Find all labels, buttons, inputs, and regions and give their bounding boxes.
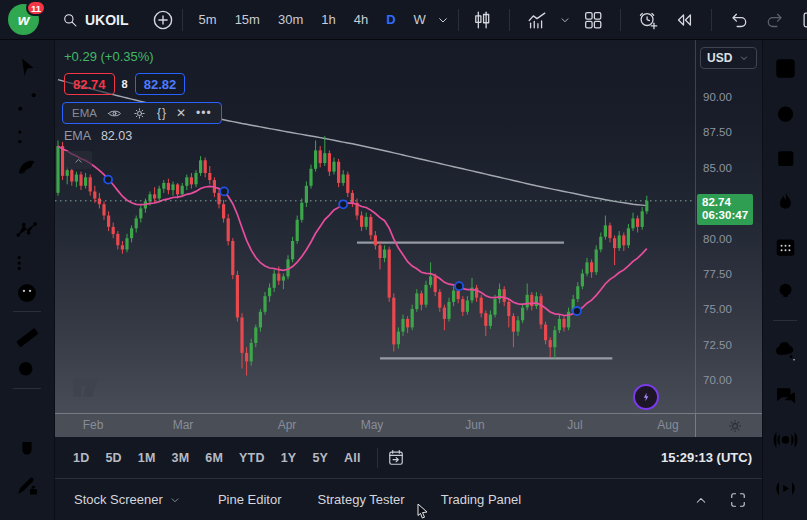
- watchlist-icon[interactable]: [771, 54, 799, 82]
- data-window-icon[interactable]: [771, 143, 799, 171]
- indicator-legend[interactable]: EMA 82.03: [64, 129, 132, 143]
- footer-tab-label: Pine Editor: [218, 492, 282, 507]
- brush-tool-icon[interactable]: [13, 152, 41, 180]
- range-button-5Y[interactable]: 5Y: [304, 445, 336, 471]
- interval-button-15m[interactable]: 15m: [226, 5, 269, 35]
- indicator-drag-handle[interactable]: [339, 200, 347, 208]
- price-change-label: +0.29 (+0.35%): [64, 49, 154, 64]
- time-scale[interactable]: FebMarAprMayJunJulAug: [55, 413, 762, 437]
- range-button-5D[interactable]: 5D: [97, 445, 129, 471]
- indicator-drag-handle[interactable]: [104, 176, 112, 184]
- toolbar-separator: [620, 9, 621, 31]
- currency-dropdown[interactable]: USD: [700, 47, 757, 69]
- range-button-All[interactable]: All: [336, 445, 369, 471]
- right-widget-bar: [762, 40, 807, 520]
- toolbar-divider: [13, 388, 41, 389]
- toolbar-separator: [458, 9, 459, 31]
- footer-tab-label: Trading Panel: [441, 492, 521, 507]
- search-icon: [61, 11, 79, 29]
- minds-icon[interactable]: [771, 336, 799, 364]
- streams-icon[interactable]: [771, 426, 799, 454]
- legend-collapse-button[interactable]: [64, 151, 92, 169]
- candlestick-chart[interactable]: [55, 40, 695, 413]
- close-icon[interactable]: ✕: [176, 107, 186, 119]
- sidebar-divider: [773, 320, 797, 321]
- chart-pane[interactable]: +0.29 (+0.35%) 82.74 8 82.82 EMA { } ✕ •…: [55, 40, 695, 413]
- interval-button-30m[interactable]: 30m: [269, 5, 312, 35]
- price-scale[interactable]: USD 90.0087.5085.0080.0077.5075.0072.507…: [695, 40, 762, 413]
- buy-button[interactable]: 82.82: [135, 73, 186, 95]
- ideas-icon[interactable]: [771, 278, 799, 306]
- range-button-1D[interactable]: 1D: [65, 445, 97, 471]
- interval-button-1h[interactable]: 1h: [312, 5, 344, 35]
- sell-button[interactable]: 82.74: [64, 73, 115, 95]
- fib-lines-tool-icon[interactable]: [13, 120, 41, 148]
- axis-divider: [695, 414, 696, 438]
- interval-menu-button[interactable]: [435, 5, 451, 35]
- go-to-date-icon[interactable]: [386, 448, 406, 468]
- interval-button-D[interactable]: D: [377, 5, 404, 35]
- draw-lock-tool-icon[interactable]: [13, 471, 41, 499]
- price-tick-label: 77.50: [703, 268, 732, 280]
- interval-button-5m[interactable]: 5m: [190, 5, 226, 35]
- compare-add-symbol-button[interactable]: [151, 5, 175, 35]
- emoji-tool-icon[interactable]: [13, 279, 41, 307]
- replay-icon[interactable]: [668, 5, 700, 35]
- layout-grid-icon[interactable]: [577, 5, 609, 35]
- cursor-tool-icon[interactable]: [13, 54, 41, 82]
- long-ma-line[interactable]: [58, 80, 647, 206]
- user-avatar[interactable]: w 11: [8, 4, 39, 35]
- calendar-icon[interactable]: [771, 233, 799, 261]
- undo-icon[interactable]: [723, 5, 755, 35]
- save-square-icon[interactable]: [795, 5, 807, 35]
- range-button-1Y[interactable]: 1Y: [273, 445, 305, 471]
- zoom-in-tool-icon[interactable]: [13, 356, 41, 384]
- chevron-up-icon[interactable]: [692, 491, 710, 509]
- indicators-icon[interactable]: [521, 5, 553, 35]
- candles-icon[interactable]: [466, 5, 498, 35]
- scale-settings-gear-icon[interactable]: [726, 417, 744, 435]
- symbol-search-button[interactable]: UKOIL: [53, 5, 137, 35]
- range-button-6M[interactable]: 6M: [197, 445, 231, 471]
- footer-tab-trading-panel[interactable]: Trading Panel: [437, 492, 525, 507]
- redo-icon[interactable]: [759, 5, 791, 35]
- footer-tab-strategy-tester[interactable]: Strategy Tester: [313, 492, 408, 507]
- range-button-YTD[interactable]: YTD: [231, 445, 273, 471]
- interval-button-4h[interactable]: 4h: [345, 5, 377, 35]
- indicator-legend-name: EMA: [64, 129, 90, 143]
- toolbar-divider: [13, 311, 41, 312]
- trend-line-tool-icon[interactable]: [13, 88, 41, 116]
- live-icon[interactable]: [771, 474, 799, 502]
- source-code-icon[interactable]: { }: [157, 107, 166, 119]
- arc-partial-tool-icon[interactable]: [13, 499, 41, 520]
- interval-button-W[interactable]: W: [405, 5, 435, 35]
- gear-icon[interactable]: [132, 106, 147, 121]
- bar-countdown: 06:30:47: [702, 209, 748, 223]
- expand-panel-icon[interactable]: [728, 490, 748, 510]
- ruler-tool-icon[interactable]: [13, 323, 41, 351]
- drawing-toolbar: [0, 40, 55, 520]
- trading-terminal: w 11 UKOIL 5m15m30m1h4hDW W +0.29 (+0.35…: [0, 0, 807, 520]
- range-button-1M[interactable]: 1M: [130, 445, 164, 471]
- eye-icon[interactable]: [107, 106, 122, 121]
- alerts-icon[interactable]: [771, 99, 799, 127]
- more-options-icon[interactable]: •••: [196, 107, 212, 119]
- ema-line[interactable]: [58, 146, 647, 315]
- hotlists-icon[interactable]: [771, 188, 799, 216]
- indicator-drag-handle[interactable]: [573, 307, 581, 315]
- text-tool-icon[interactable]: [13, 184, 41, 212]
- footer-tab-stock-screener[interactable]: Stock Screener: [70, 492, 186, 507]
- boost-button[interactable]: [633, 384, 659, 410]
- footer-tab-pine-editor[interactable]: Pine Editor: [214, 492, 286, 507]
- range-button-3M[interactable]: 3M: [164, 445, 198, 471]
- indicator-drag-handle[interactable]: [455, 282, 463, 290]
- indicator-drag-handle[interactable]: [220, 187, 228, 195]
- forecast-tool-icon[interactable]: [13, 249, 41, 277]
- price-tick-label: 90.00: [703, 91, 732, 103]
- xabcd-pattern-tool-icon[interactable]: [13, 216, 41, 244]
- footer-right-icons: [692, 490, 762, 510]
- chat-icon[interactable]: [771, 381, 799, 409]
- magnet-tool-icon[interactable]: [13, 437, 41, 465]
- alert-plus-icon[interactable]: [632, 5, 664, 35]
- chevron-down-icon[interactable]: [557, 5, 573, 35]
